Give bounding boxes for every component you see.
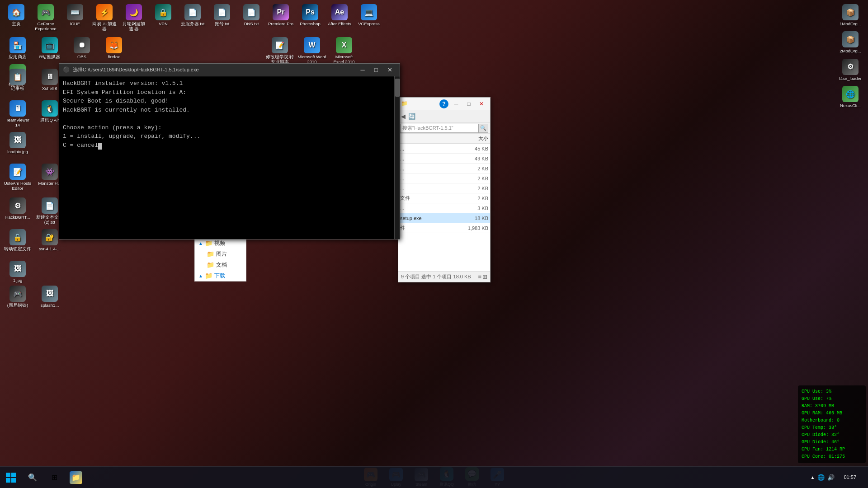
desktop-icon-label: 网易UU加速 器 [91, 21, 118, 32]
explorer-search-btn[interactable]: 🔍 [478, 124, 488, 133]
desktop-icon[interactable]: ⚙HackBGRT... [2, 196, 33, 227]
explorer-minimize-btn[interactable]: ─ [450, 99, 462, 108]
desktop-icon[interactable]: WMicrosoft Word 2010 [297, 35, 327, 66]
desktop-icon[interactable]: 🏠主页 [2, 2, 30, 28]
explorer-file-row[interactable]: ...2 KB [398, 183, 490, 193]
desktop-icon[interactable]: 📦1ModOrg... [835, 2, 866, 28]
desktop-icon-image: 📄 [214, 4, 230, 20]
desktop-icon-image: 🦊 [106, 37, 122, 53]
explorer-file-row[interactable]: 文件2 KB [398, 193, 490, 203]
explorer-file-row[interactable]: ...2 KB [398, 164, 490, 174]
search-icon: 🔍 [26, 471, 39, 484]
desktop-icon-label: 2ModOrg... [840, 48, 861, 53]
desktop-icon[interactable]: 📋记事板 [2, 67, 33, 93]
desktop-icon[interactable]: 🎮(局局钢铁) [2, 284, 33, 310]
desktop-icon[interactable]: 🔒VPN [149, 2, 177, 28]
desktop-icon-image: 👾 [42, 164, 58, 180]
taskbar-clock[interactable]: 01:57 [840, 474, 860, 481]
desktop-icon[interactable]: AeAfter Effects [326, 2, 354, 28]
desktop-icon-label: 云服务器.txt [181, 21, 205, 26]
explorer-file-row[interactable]: ...3 KB [398, 203, 490, 213]
explorer-search-input[interactable]: 搜索"HackBGRT-1.5.1" [400, 124, 478, 133]
desktop-icon-image: 🔒 [155, 4, 171, 20]
explorer-file-size: 2 KB [457, 186, 488, 191]
desktop-icon[interactable]: ⌨️iCUE [61, 2, 89, 28]
desktop-icon[interactable]: 🏪应用商店 [2, 35, 33, 61]
desktop-icon[interactable]: 📝修改理学院 转专业脚本 [264, 35, 295, 66]
explorer-file-size: 18 KB [457, 216, 488, 221]
desktop-icon[interactable]: 📄云服务器.txt [179, 2, 207, 28]
windows-logo-icon [5, 471, 17, 484]
desktop-icon[interactable]: 📦2ModOrg... [835, 29, 866, 55]
explorer-file-row[interactable]: setup.exe18 KB [398, 213, 490, 223]
desktop-icon[interactable]: 💻VCExpress [355, 2, 383, 28]
sidebar-item-label: 下载 [214, 272, 225, 280]
desktop-icon-image: 📝 [272, 37, 288, 53]
explorer-help-btn[interactable]: ? [439, 99, 448, 108]
cmd-scrollbar-thumb [395, 79, 400, 97]
taskbar-search-button[interactable]: 🔍 [22, 467, 43, 488]
explorer-refresh-btn[interactable]: 🔄 [407, 112, 416, 121]
desktop-icon[interactable]: 🔒转动锁定文件 [2, 227, 33, 253]
explorer-file-name: 文件 [400, 195, 457, 202]
explorer-table-header: 大小 [398, 134, 490, 144]
desktop-icon[interactable]: 🌐NexusCli... [835, 84, 866, 110]
explorer-file-row[interactable]: ...2 KB [398, 174, 490, 183]
taskbar-taskview-button[interactable]: ⊞ [43, 467, 65, 488]
desktop-icon-label: (局局钢铁) [7, 303, 28, 308]
explorer-file-row[interactable]: ...49 KB [398, 154, 490, 164]
explorer-sidebar-item[interactable]: 📁 文档 [195, 259, 246, 270]
cmd-close-btn[interactable]: ✕ [383, 65, 396, 75]
desktop-icon[interactable]: XMicrosoft Excel 2010 [329, 35, 359, 66]
explorer-file-name: 件 [400, 225, 457, 231]
desktop-icon[interactable]: 🖼loadpic.jpg [2, 130, 33, 156]
cmd-maximize-btn[interactable]: □ [370, 65, 382, 75]
taskbar-start-button[interactable] [0, 467, 22, 488]
cmd-scrollbar[interactable] [394, 76, 400, 239]
explorer-file-row[interactable]: 件1,983 KB [398, 223, 490, 233]
desktop-icon[interactable]: 📝UsteAm Hosts Editor [2, 162, 33, 193]
explorer-back-btn[interactable]: ◀ [400, 112, 406, 121]
explorer-view-detail-icon[interactable]: ⊞ [482, 273, 487, 280]
desktop-icon[interactable]: 🦊firefox [99, 35, 129, 61]
explorer-file-name: ... [400, 146, 457, 151]
desktop-icon[interactable]: 🎮GeForce Experience [32, 2, 60, 33]
desktop-icon-label: Xshell 6 [42, 86, 57, 91]
cmd-minimize-btn[interactable]: ─ [356, 65, 369, 75]
explorer-sidebar-item[interactable]: 📁 图片 [195, 249, 246, 259]
desktop-icon[interactable]: ⚡网易UU加速 器 [90, 2, 118, 33]
desktop-icon[interactable]: PrPremiere Pro [267, 2, 295, 28]
taskbar-notification-area[interactable] [862, 467, 864, 488]
explorer-maximize-btn[interactable]: □ [463, 99, 475, 108]
desktop-icon[interactable]: 🖼1.jpg [2, 259, 33, 285]
tray-network-icon[interactable]: 🌐 [817, 474, 825, 481]
explorer-view-list-icon[interactable]: ≡ [478, 273, 481, 280]
cmd-content[interactable]: HackBGRT installer version: v1.5.1EFI Sy… [59, 76, 394, 239]
explorer-controls: ─ □ ✕ [450, 99, 487, 108]
desktop-icon[interactable]: 🌙月轮网游加速 器 [120, 2, 148, 33]
desktop-icon[interactable]: 🖼splash1... [34, 284, 65, 310]
desktop-icon-image: 🏪 [9, 37, 26, 53]
explorer-close-btn[interactable]: ✕ [476, 99, 487, 108]
tray-chevron-icon[interactable]: ▲ [811, 475, 815, 480]
sidebar-arrow-icon: ▲ [198, 273, 203, 278]
explorer-status-text: 9 个项目 选中 1 个项目 18.0 KB [401, 273, 471, 280]
tray-sound-icon[interactable]: 🔊 [827, 474, 835, 481]
desktop-icon-label: 应用商店 [9, 54, 27, 59]
desktop-icon-image: 📦 [842, 4, 859, 20]
desktop-icon[interactable]: ⏺OBS [66, 35, 97, 61]
explorer-file-row[interactable]: ...45 KB [398, 144, 490, 154]
desktop-icon-label: GeForce Experience [33, 21, 59, 32]
desktop-icon-label: HackBGRT... [5, 215, 30, 220]
taskbar-explorer-button[interactable]: 📁 [65, 467, 87, 488]
desktop-icon-image: Pr [273, 4, 289, 20]
desktop-icon[interactable]: PsPhotoshop [296, 2, 324, 28]
desktop-icon[interactable]: ⚙f4se_loader [835, 57, 866, 83]
desktop-icon[interactable]: 📺B站推媒器 [34, 35, 65, 61]
explorer-sidebar-item[interactable]: ▲ 📁 下载 [195, 270, 246, 281]
desktop-icon[interactable]: 🖥TeamViewer 14 [2, 99, 33, 130]
desktop-icon[interactable]: 📄DNS.txt [237, 2, 265, 28]
desktop-icon-image: 🔐 [42, 229, 58, 245]
desktop-icon[interactable]: 📄账号.txt [208, 2, 236, 28]
desktop-icon-label: 账号.txt [215, 21, 230, 26]
